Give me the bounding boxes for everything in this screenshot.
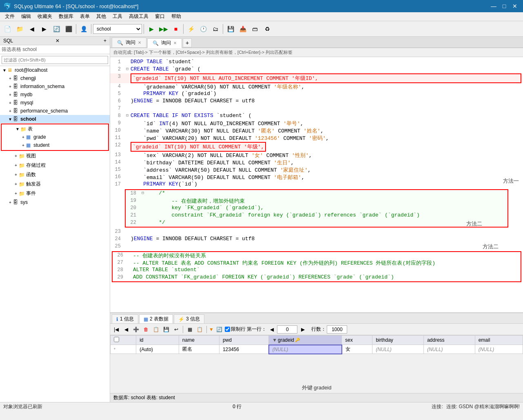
tree-label-root[interactable]: root@localhost [15, 67, 47, 73]
bt-form-button[interactable]: 📋 [195, 325, 204, 334]
bt-next-page-button[interactable]: ▶ [298, 325, 307, 334]
menu-other[interactable]: 其他 [93, 12, 109, 21]
menu-window[interactable]: 窗口 [152, 12, 168, 21]
th-birthday[interactable]: birthday [372, 336, 424, 345]
td-gradeid[interactable]: (NULL) [269, 345, 342, 354]
tree-item-sys[interactable]: + 🗄 sys [0, 198, 110, 206]
menu-favorites[interactable]: 收藏夹 [34, 12, 55, 21]
tb-new-button[interactable]: 📄 [2, 23, 13, 35]
tb-stop-button[interactable]: ⬛ [63, 23, 74, 35]
tree-label-grade[interactable]: grade [33, 134, 46, 140]
bt-insert-button[interactable]: ➕ [131, 325, 141, 334]
select-all-checkbox[interactable] [114, 337, 119, 342]
expand-icon-mysql[interactable]: + [7, 101, 13, 105]
tree-label-funcs[interactable]: 函数 [26, 171, 36, 178]
tree-label-triggers[interactable]: 触发器 [26, 181, 41, 188]
menu-help[interactable]: 帮助 [168, 12, 184, 21]
db-selector[interactable]: school [93, 24, 142, 34]
tree-label-info-schema[interactable]: information_schema [20, 84, 64, 89]
tb-back-button[interactable]: ◀ [26, 23, 38, 35]
th-sex[interactable]: sex [342, 336, 372, 345]
th-name[interactable]: name [179, 336, 219, 345]
close-button[interactable]: ✕ [510, 2, 520, 10]
expand-icon-tables[interactable]: ▼ [15, 127, 20, 131]
maximize-button[interactable]: □ [499, 2, 509, 10]
tree-item-student[interactable]: + ▦ student [2, 141, 108, 149]
tree-item-mydb[interactable]: + 🗄 mydb [0, 91, 110, 99]
bt-prev-page-button[interactable]: ◀ [267, 325, 276, 334]
tb-execute-button[interactable]: ▶ [146, 23, 157, 35]
expand-icon-mydb[interactable]: + [7, 93, 13, 97]
menu-edit[interactable]: 编辑 [18, 12, 34, 21]
tree-label-student[interactable]: student [33, 142, 49, 148]
bt-save-button[interactable]: 💾 [162, 325, 171, 334]
menu-database[interactable]: 数据库 [55, 12, 77, 21]
tb-user-button[interactable]: 👤 [78, 23, 89, 35]
th-address[interactable]: address [423, 336, 475, 345]
expand-icon-root[interactable]: ▼ [2, 68, 7, 73]
th-gradeid[interactable]: ▼ gradeid 🔑 [269, 336, 342, 345]
expand-icon-funcs[interactable]: + [13, 172, 19, 177]
tb-restore-button[interactable]: ♻ [262, 23, 273, 35]
editor-area[interactable]: 1 DROP TABLE `student` 2 ⊟ CREATE TABLE … [110, 57, 523, 312]
tree-label-tables[interactable]: 表 [28, 126, 33, 133]
tree-label-procs[interactable]: 存储过程 [26, 162, 46, 169]
title-bar-controls[interactable]: — □ ✕ [489, 2, 520, 10]
menu-advanced[interactable]: 高级工具 [126, 12, 152, 21]
expand-icon-procs[interactable]: + [13, 163, 19, 168]
expand-icon-views[interactable]: + [13, 154, 19, 158]
tb-open-button[interactable]: 📁 [14, 23, 25, 35]
tree-item-school[interactable]: ▼ 🗄 school [0, 115, 110, 123]
th-email[interactable]: email [475, 336, 523, 345]
expand-icon-grade[interactable]: + [20, 135, 26, 139]
tb-import-button[interactable]: 📥 [237, 23, 248, 35]
tree-label-school[interactable]: school [20, 116, 36, 122]
tree-label-perf-schema[interactable]: performance_schema [20, 108, 68, 114]
expand-icon-info-schema[interactable]: + [7, 84, 13, 89]
expand-icon-student[interactable]: + [20, 143, 26, 148]
tb-refresh-button[interactable]: 🔄 [51, 23, 62, 35]
bottom-tab-info1[interactable]: ℹ 1 信息 [112, 314, 138, 323]
bt-prev-button[interactable]: ◀ [122, 325, 131, 334]
th-checkbox[interactable] [111, 336, 136, 345]
sidebar-tab-add[interactable]: + [104, 38, 106, 44]
tree-label-views[interactable]: 视图 [26, 153, 36, 159]
tb-format-button[interactable]: ⚡ [185, 23, 197, 35]
tab-close-1[interactable]: ✕ [138, 40, 141, 45]
minimize-button[interactable]: — [489, 2, 499, 10]
menu-file[interactable]: 文件 [2, 12, 18, 21]
tb-schema-button[interactable]: 🗂 [210, 23, 221, 35]
expand-icon-triggers[interactable]: + [13, 182, 19, 186]
tree-item-tables-folder[interactable]: ▼ 📁 表 + ▦ grade [1, 124, 109, 151]
bt-discard-button[interactable]: ↩ [172, 325, 181, 334]
bt-first-button[interactable]: |◀ [112, 325, 121, 334]
tb-backup-button[interactable]: 🗃 [249, 23, 261, 35]
tree-label-events[interactable]: 事件 [26, 190, 36, 197]
tab-query-1[interactable]: 🔍 询问 ✕ [112, 38, 146, 47]
limit-checkbox[interactable] [225, 327, 230, 332]
td-email[interactable]: (NULL) [475, 345, 523, 354]
tree-item-funcs[interactable]: + 📁 函数 [0, 170, 110, 179]
tree-item-information-schema[interactable]: + 🗄 information_schema [0, 82, 110, 91]
tree-label-chengji[interactable]: chengji [20, 75, 36, 81]
tree-item-triggers[interactable]: + 📁 触发器 [0, 179, 110, 189]
tree-label-mysql[interactable]: mysql [20, 100, 33, 106]
tree-item-chengji[interactable]: + 🗄 chengji [0, 74, 110, 82]
tb-history-button[interactable]: 🕐 [197, 23, 209, 35]
table-row[interactable]: * (Auto) 匿名 123456 (NULL) 女 (NULL) (NULL… [111, 345, 523, 354]
expand-icon-sys[interactable]: + [7, 200, 13, 205]
td-id[interactable]: (Auto) [136, 345, 179, 354]
sidebar-tab-close[interactable]: ✕ [55, 38, 60, 44]
tree-item-root[interactable]: ▼ 🖥 root@localhost [0, 66, 110, 74]
expand-icon-perf-schema[interactable]: + [7, 109, 13, 113]
td-address[interactable]: (NULL) [423, 345, 475, 354]
menu-table[interactable]: 表单 [77, 12, 93, 21]
filter-input[interactable] [2, 56, 108, 64]
expand-icon-events[interactable]: + [13, 191, 19, 196]
bt-duplicate-button[interactable]: 📋 [151, 325, 161, 334]
td-name[interactable]: 匿名 [179, 345, 219, 354]
bottom-tab-info3[interactable]: ⚡ 3 信息 [174, 314, 204, 323]
td-pwd[interactable]: 123456 [219, 345, 268, 354]
tree-item-procs[interactable]: + 📁 存储过程 [0, 161, 110, 170]
th-pwd[interactable]: pwd [219, 336, 268, 345]
